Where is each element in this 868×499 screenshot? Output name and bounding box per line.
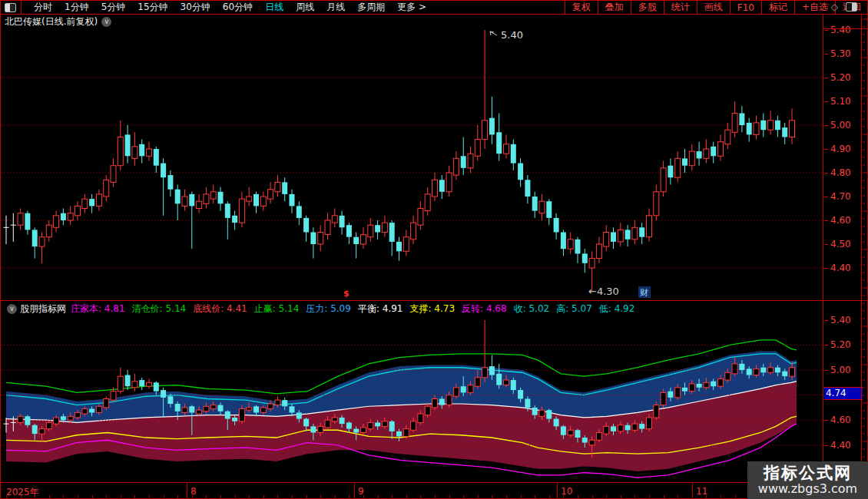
frame-line — [0, 300, 868, 301]
indicator-field-止赢: 止赢: 5.14 — [254, 303, 300, 314]
main-axis-label: 5.10 — [830, 96, 861, 107]
frame-line — [0, 14, 868, 15]
indicator-field-平衡: 平衡: 4.91 — [358, 303, 403, 314]
toolbar-item-多股[interactable]: 多股 — [631, 1, 664, 14]
axis-tick — [824, 30, 828, 31]
toolbar-item-标记[interactable]: 标记 — [761, 1, 794, 14]
sub-axis-label: 4.60 — [830, 415, 861, 425]
layout-icon — [5, 3, 16, 12]
indicator-header: ∨ 股朋指标网 庄家本: 4.81清仓价: 5.14底线价: 4.41止赢: 5… — [0, 302, 825, 316]
sub-axis-label: 5.20 — [830, 339, 861, 350]
menu-item-更多 >[interactable]: 更多 > — [391, 1, 432, 14]
frame-line — [0, 0, 868, 1]
indicator-field-反转: 反转: 4.68 — [462, 303, 507, 314]
axis-tick — [824, 101, 828, 102]
menubar: 分时1分钟5分钟15分钟30分钟60分钟日线周线月线多周期更多 > 复权叠加多股… — [0, 1, 868, 14]
toolbar-item-复权[interactable]: 复权 — [565, 1, 598, 14]
month-separator — [187, 483, 187, 498]
sub-axis-label: 5.00 — [830, 365, 861, 375]
indicator-field-庄家本: 庄家本: 4.81 — [71, 303, 125, 314]
current-price-tag: 4.74 — [824, 387, 863, 400]
axis-tick — [824, 54, 828, 55]
month-separator — [354, 483, 355, 498]
main-axis-label: 4.50 — [830, 239, 861, 250]
watermark-title: 指标公式网 — [764, 464, 852, 482]
indicator-field-支撑: 支撑: 4.73 — [409, 303, 455, 314]
indicator-field-高: 高: 5.07 — [556, 303, 592, 314]
menu-item-15分钟[interactable]: 15分钟 — [131, 1, 174, 14]
menu-item-分时[interactable]: 分时 — [28, 1, 58, 14]
menu-item-日线[interactable]: 日线 — [259, 1, 290, 14]
main-axis-label: 5.20 — [830, 72, 861, 83]
axis-tick — [824, 149, 828, 150]
indicator-source-label: 股朋指标网 — [20, 302, 66, 316]
axis-tick — [824, 173, 828, 173]
indicator-band-chart[interactable] — [0, 317, 823, 482]
main-axis-label: 5.30 — [830, 48, 861, 59]
main-axis-label: 4.80 — [830, 167, 861, 178]
trading-app-window: 分时1分钟5分钟15分钟30分钟60分钟日线周线月线多周期更多 > 复权叠加多股… — [0, 0, 868, 499]
main-axis-label: 4.40 — [830, 263, 861, 273]
indicator-values: 庄家本: 4.81清仓价: 5.14底线价: 4.41止赢: 5.14压力: 5… — [71, 302, 641, 316]
toolbar-item-F10[interactable]: F10 — [730, 1, 761, 14]
toolbar-menu: 复权叠加多股统计画线F10标记+自选返回 — [565, 1, 868, 14]
svg-text:$: $ — [343, 289, 350, 299]
svg-text:财: 财 — [640, 288, 648, 298]
axis-tick — [824, 370, 828, 371]
menu-item-30分钟[interactable]: 30分钟 — [174, 1, 217, 14]
axis-tick — [824, 78, 828, 78]
menu-item-5分钟[interactable]: 5分钟 — [95, 1, 132, 14]
axis-tick — [824, 125, 828, 126]
frame-line — [0, 482, 868, 483]
menu-item-周线[interactable]: 周线 — [290, 1, 320, 14]
indicator-field-清仓价: 清仓价: 5.14 — [132, 303, 187, 314]
diamond-icon[interactable]: ◇ — [831, 2, 838, 12]
main-axis-label: 5.00 — [830, 120, 861, 131]
axis-tick — [824, 345, 828, 345]
indicator-field-压力: 压力: 5.09 — [306, 303, 351, 314]
titlebar: 北巴传媒(日线.前复权) ∨ — [0, 15, 827, 28]
layout-toggle-button[interactable] — [0, 1, 22, 14]
svg-text:5.40: 5.40 — [501, 29, 523, 41]
svg-text:←4.30: ←4.30 — [588, 286, 619, 297]
indicator-chevron-down-icon[interactable]: ∨ — [7, 304, 17, 314]
period-menu: 分时1分钟5分钟15分钟30分钟60分钟日线周线月线多周期更多 > — [22, 1, 565, 14]
toolbar-item-+自选[interactable]: +自选 — [794, 1, 835, 14]
main-axis-label: 4.60 — [830, 215, 861, 226]
axis-tick — [824, 445, 828, 446]
indicator-field-低: 低: 4.92 — [599, 303, 635, 314]
menu-item-月线[interactable]: 月线 — [320, 1, 351, 14]
chart-title: 北巴传媒(日线.前复权) — [5, 15, 98, 28]
frame-line — [861, 15, 862, 499]
indicator-field-底线价: 底线价: 4.41 — [193, 303, 247, 314]
axis-tick — [824, 197, 828, 197]
frame-line — [823, 15, 823, 499]
main-candlestick-chart[interactable]: 5.40←4.30$财 — [0, 29, 823, 299]
sub-axis-label: 4.40 — [830, 440, 861, 451]
main-axis-label: 4.70 — [830, 191, 861, 202]
indicator-field-收: 收: 5.02 — [514, 303, 550, 314]
menu-item-多周期[interactable]: 多周期 — [351, 1, 391, 14]
axis-tick — [824, 420, 828, 421]
panel-layout-icon[interactable] — [846, 2, 857, 12]
month-separator — [557, 483, 558, 498]
titlebar-icons: ◇ — [831, 2, 857, 12]
main-axis-label: 5.40 — [830, 25, 861, 35]
axis-tick — [824, 220, 828, 221]
main-axis-label: 4.90 — [830, 144, 861, 154]
toolbar-item-统计[interactable]: 统计 — [664, 1, 697, 14]
menu-item-60分钟[interactable]: 60分钟 — [217, 1, 259, 14]
watermark-url: www.zbgs3.com — [758, 482, 857, 496]
toolbar-item-叠加[interactable]: 叠加 — [598, 1, 631, 14]
axis-tick — [824, 244, 828, 245]
title-chevron-down-icon[interactable]: ∨ — [101, 17, 111, 27]
watermark: 指标公式网 www.zbgs3.com — [747, 461, 868, 499]
menu-item-1分钟[interactable]: 1分钟 — [58, 1, 95, 14]
toolbar-item-画线[interactable]: 画线 — [697, 1, 730, 14]
sub-axis-label: 5.40 — [830, 315, 861, 326]
axis-tick — [824, 268, 828, 269]
frame-line — [0, 0, 1, 499]
axis-tick — [824, 320, 828, 321]
